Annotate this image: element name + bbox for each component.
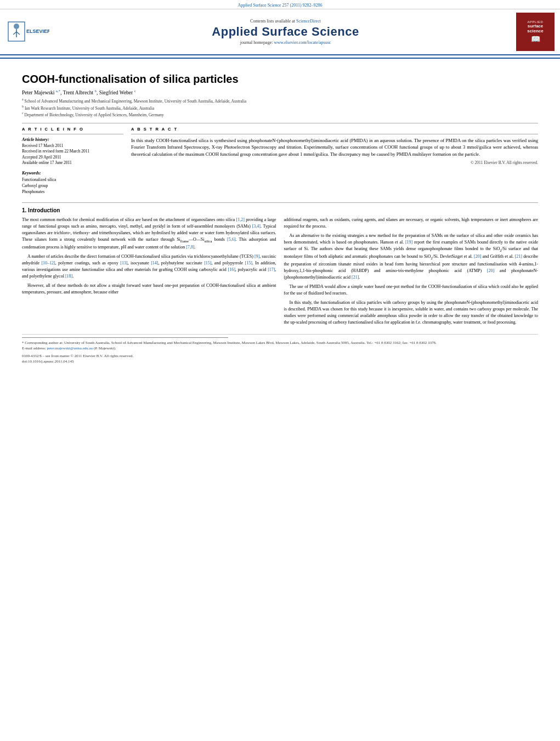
sciencedirect-link[interactable]: ScienceDirect [296, 19, 321, 24]
intro-para-4: additional reagents, such as oxidants, c… [284, 217, 539, 230]
contents-line: Contents lists available at ScienceDirec… [55, 19, 516, 24]
accepted-date: Accepted 29 April 2011 [22, 155, 123, 161]
history-heading: Article history: [22, 137, 123, 142]
journal-center-block: Contents lists available at ScienceDirec… [55, 19, 516, 45]
footnote-rule [22, 337, 228, 338]
author-siegfried: Siegfried Weber c [99, 90, 136, 95]
homepage-line: journal homepage: www.elsevier.com/locat… [55, 40, 516, 45]
footnotes-block: * Corresponding author at: University of… [22, 334, 538, 365]
journal-reference: Applied Surface Science 257 (2011) 9282–… [237, 3, 322, 8]
keyword-3: Phosphonates [22, 189, 123, 195]
intro-para-7: In this study, the functionalisation of … [284, 299, 539, 326]
journal-header-bar: Applied Surface Science 257 (2011) 9282–… [0, 0, 560, 9]
author-peter: Peter Majewski a,* [22, 90, 60, 95]
intro-right-col: additional reagents, such as oxidants, c… [284, 217, 539, 328]
affil-sup-b: b [94, 89, 97, 93]
homepage-url[interactable]: www.elsevier.com/locate/apsusc [274, 40, 331, 45]
affil-marker-c: c [22, 111, 24, 115]
affiliation-c: c Department of Biotechnology, Universit… [22, 111, 538, 117]
journal-title: Applied Surface Science [55, 25, 516, 39]
svg-text:ELSEVIER: ELSEVIER [26, 29, 49, 34]
article-info-label: A R T I C L E I N F O [22, 127, 123, 132]
info-divider [22, 134, 123, 134]
abstract-column: A B S T R A C T In this study COOH-funct… [131, 127, 538, 195]
keywords-heading: Keywords: [22, 171, 123, 176]
corresponding-footnote: * Corresponding author at: University of… [22, 340, 538, 346]
journal-banner: ELSEVIER Contents lists available at Sci… [0, 9, 560, 55]
introduction-section: 1. Introduction The most common methods … [22, 202, 538, 328]
journal-cover-logo: applied surface science 📖 [516, 13, 555, 51]
affil-marker-b: b [22, 105, 24, 108]
introduction-body: The most common methods for chemical mod… [22, 217, 538, 328]
intro-para-1: The most common methods for chemical mod… [22, 217, 276, 251]
intro-para-5: As an alternative to the existing strate… [284, 233, 539, 280]
corresponding-sup: * [59, 89, 61, 93]
available-online-date: Available online 17 June 2011 [22, 160, 123, 166]
intro-para-3: However, all of these methods do not all… [22, 282, 276, 296]
email-address[interactable]: peter.majewski@unisa.edu.au [47, 346, 93, 350]
article-title: COOH-functionalisation of silica particl… [22, 73, 538, 86]
svg-line-3 [13, 32, 16, 35]
abstract-label: A B S T R A C T [131, 127, 538, 132]
keywords-block: Keywords: Functionalized silica Carboxyl… [22, 171, 123, 195]
affil-marker-a: a [22, 98, 24, 101]
svg-point-1 [14, 24, 19, 29]
intro-para-2: A number of articles describe the direct… [22, 253, 276, 280]
received-revised-date: Received in revised form 22 March 2011 [22, 149, 123, 155]
elsevier-logo: ELSEVIER [5, 16, 49, 48]
affiliation-a: a School of Advanced Manufacturing and M… [22, 98, 538, 104]
main-content: COOH-functionalisation of silica particl… [0, 59, 560, 370]
svg-line-4 [16, 32, 20, 35]
article-history-block: Article history: Received 17 March 2011 … [22, 137, 123, 166]
received-date: Received 17 March 2011 [22, 143, 123, 149]
email-footnote: E-mail address: peter.majewski@unisa.edu… [22, 346, 538, 352]
affiliation-b: b Ian Wark Research Institute, Universit… [22, 105, 538, 111]
email-label: E-mail address: [22, 346, 46, 350]
book-icon: 📖 [531, 35, 540, 43]
affil-sup-c: c [134, 89, 136, 93]
email-suffix: (P. Majewski). [94, 346, 116, 350]
keyword-1: Functionalized silica [22, 177, 123, 183]
copyright-line: © 2011 Elsevier B.V. All rights reserved… [131, 160, 538, 165]
authors-line: Peter Majewski a,*, Trent Albrecht b, Si… [22, 89, 538, 95]
doi-line: doi:10.1016/j.apsusc.2011.04.145 [22, 359, 538, 365]
author-trent: Trent Albrecht b [63, 90, 97, 95]
article-info-abstract-block: A R T I C L E I N F O Article history: R… [22, 123, 538, 195]
abstract-divider [131, 134, 538, 134]
introduction-heading: 1. Introduction [22, 207, 538, 213]
intro-left-col: The most common methods for chemical mod… [22, 217, 276, 328]
issn-line: 0169-4332/$ – see front matter © 2011 El… [22, 353, 538, 359]
abstract-text: In this study COOH-functionalised silica… [131, 137, 538, 158]
article-info-column: A R T I C L E I N F O Article history: R… [22, 127, 123, 195]
intro-para-6: The use of PMIDA would allow a simple wa… [284, 284, 539, 297]
keyword-2: Carboxyl group [22, 183, 123, 189]
